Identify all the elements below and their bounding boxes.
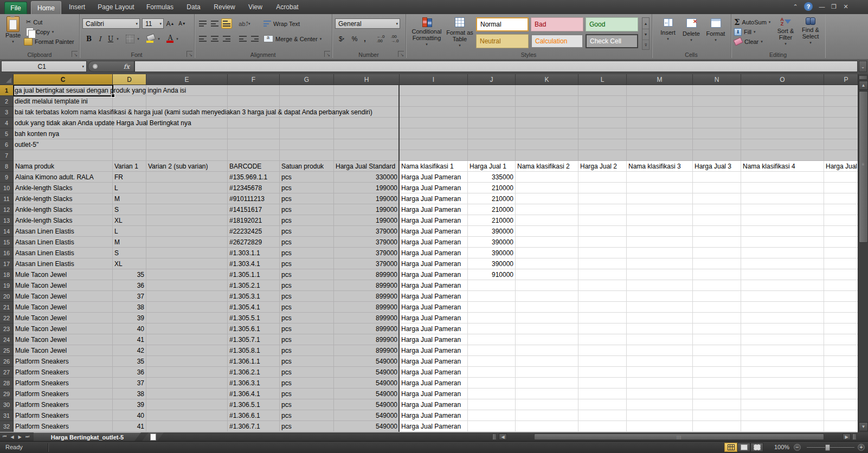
row-header-4[interactable]: 4 xyxy=(0,118,14,128)
row-header-17[interactable]: 17 xyxy=(0,258,14,269)
column-header-H[interactable]: H xyxy=(334,74,400,85)
number-dialog-launcher-icon[interactable]: ↘ xyxy=(398,51,404,57)
style-calculation[interactable]: Calculation xyxy=(531,34,583,48)
ribbon-tab-review[interactable]: Review xyxy=(207,0,242,14)
cell-H16[interactable]: 379000 xyxy=(336,248,397,258)
cell-C14[interactable]: Atasan Linen Elastis xyxy=(15,226,111,237)
ribbon-tab-formulas[interactable]: Formulas xyxy=(139,0,181,14)
name-box[interactable]: C1 ▾ xyxy=(1,61,87,72)
row-header-1[interactable]: 1 xyxy=(0,85,14,96)
grow-font-button[interactable]: A▲ xyxy=(165,18,176,29)
close-button[interactable]: ✕ xyxy=(840,2,851,11)
column-header-G[interactable]: G xyxy=(280,74,334,85)
prev-sheet-icon[interactable]: ◀ xyxy=(9,433,16,441)
scroll-left-icon[interactable]: ◀ xyxy=(499,433,507,440)
row-header-32[interactable]: 32 xyxy=(0,421,14,432)
scroll-down-icon[interactable]: ▼ xyxy=(859,422,868,431)
cell-J12[interactable]: 210000 xyxy=(470,204,513,215)
cell-F20[interactable]: #1.305.3.1 xyxy=(229,291,278,302)
format-cells-button[interactable]: Format▾ xyxy=(704,18,728,43)
underline-dropdown[interactable]: ▾ xyxy=(115,34,120,44)
cell-C20[interactable]: Mule Tacon Jewel xyxy=(15,291,111,302)
merge-center-button[interactable]: Merge & Center▾ xyxy=(263,34,322,43)
column-header-L[interactable]: L xyxy=(578,74,627,85)
cell-J17[interactable]: 390000 xyxy=(470,258,513,269)
cell-C31[interactable]: Platform Sneakers xyxy=(15,410,111,421)
column-header-F[interactable]: F xyxy=(228,74,280,85)
style-bad[interactable]: Bad xyxy=(531,17,583,31)
column-header-O[interactable]: O xyxy=(741,74,824,85)
cell-I15[interactable]: Harga Jual Pameran xyxy=(401,237,466,248)
cell-D19[interactable]: 36 xyxy=(114,280,144,291)
row-header-21[interactable]: 21 xyxy=(0,302,14,313)
delete-cells-button[interactable]: Delete▾ xyxy=(680,18,703,43)
cell-J11[interactable]: 210000 xyxy=(470,193,513,204)
find-select-button[interactable]: Find & Select▾ xyxy=(798,17,823,46)
zoom-out-button[interactable]: − xyxy=(794,444,801,451)
cell-C13[interactable]: Ankle-length Slacks xyxy=(15,215,111,226)
cell-J15[interactable]: 390000 xyxy=(470,237,513,248)
gallery-scroll-down-icon[interactable]: ▼ xyxy=(642,29,649,40)
cell-G27[interactable]: pcs xyxy=(281,367,332,378)
cell-I25[interactable]: Harga Jual Pameran xyxy=(401,345,466,356)
style-check-cell[interactable]: Check Cell xyxy=(586,34,638,48)
fill-color-dropdown[interactable]: ▾ xyxy=(156,34,162,44)
cell-G13[interactable]: pcs xyxy=(281,215,332,226)
cell-F24[interactable]: #1.305.7.1 xyxy=(229,334,278,345)
cell-F23[interactable]: #1.305.6.1 xyxy=(229,323,278,334)
cell-I27[interactable]: Harga Jual Pameran xyxy=(401,367,466,378)
ribbon-tab-home[interactable]: Home xyxy=(31,1,61,14)
cell-H24[interactable]: 899900 xyxy=(336,334,397,345)
font-dialog-launcher-icon[interactable]: ↘ xyxy=(187,51,192,57)
cell-F15[interactable]: #26272829 xyxy=(229,237,278,248)
percent-style-button[interactable]: % xyxy=(350,34,359,44)
vertical-scroll-thumb[interactable]: ≡ xyxy=(859,91,868,243)
row-header-8[interactable]: 8 xyxy=(0,161,14,172)
format-painter-button[interactable]: Format Painter xyxy=(24,37,74,46)
cell-D21[interactable]: 38 xyxy=(114,302,144,313)
borders-dropdown[interactable]: ▾ xyxy=(136,34,141,44)
cell-I23[interactable]: Harga Jual Pameran xyxy=(401,323,466,334)
insert-worksheet-button[interactable] xyxy=(142,432,164,441)
cell-C15[interactable]: Atasan Linen Elastis xyxy=(15,237,111,248)
row-header-24[interactable]: 24 xyxy=(0,334,14,345)
cell-G28[interactable]: pcs xyxy=(281,378,332,389)
cell-C30[interactable]: Platform Sneakers xyxy=(15,399,111,410)
column-header-M[interactable]: M xyxy=(627,74,693,85)
bold-button[interactable]: B xyxy=(83,34,94,44)
name-box-dropdown-icon[interactable]: ▾ xyxy=(82,64,84,69)
cell-F16[interactable]: #1.303.1.1 xyxy=(229,248,278,258)
tab-file[interactable]: File xyxy=(4,2,27,14)
cell-J9[interactable]: 335000 xyxy=(470,172,513,183)
ribbon-tab-acrobat[interactable]: Acrobat xyxy=(268,0,306,14)
cell-C28[interactable]: Platform Sneakers xyxy=(15,378,111,389)
row-header-28[interactable]: 28 xyxy=(0,378,14,389)
comma-style-button[interactable]: , xyxy=(361,34,369,44)
cell-G21[interactable]: pcs xyxy=(281,302,332,313)
cell-H18[interactable]: 899900 xyxy=(336,269,397,280)
row-header-3[interactable]: 3 xyxy=(0,107,14,118)
minimize-button[interactable]: — xyxy=(816,2,827,11)
cell-G19[interactable]: pcs xyxy=(281,280,332,291)
cell-I21[interactable]: Harga Jual Pameran xyxy=(401,302,466,313)
next-sheet-icon[interactable]: ▶ xyxy=(16,433,23,441)
cell-C12[interactable]: Ankle-length Slacks xyxy=(15,204,111,215)
cell-F28[interactable]: #1.306.3.1 xyxy=(229,378,278,389)
cell-H13[interactable]: 199000 xyxy=(336,215,397,226)
page-layout-view-button[interactable] xyxy=(737,443,750,452)
row-header-10[interactable]: 10 xyxy=(0,183,14,193)
cell-D18[interactable]: 35 xyxy=(114,269,144,280)
align-right-button[interactable] xyxy=(221,34,232,44)
cell-H9[interactable]: 330000 xyxy=(336,172,397,183)
accounting-format-button[interactable]: $▾ xyxy=(335,34,348,44)
cell-G11[interactable]: pcs xyxy=(281,193,332,204)
cell-D32[interactable]: 41 xyxy=(114,421,144,432)
restore-button[interactable]: ❐ xyxy=(828,2,839,11)
cell-H20[interactable]: 899900 xyxy=(336,291,397,302)
cell-D17[interactable]: XL xyxy=(114,258,144,269)
sort-filter-button[interactable]: AZ Sort & Filter▾ xyxy=(773,17,798,47)
cell-I31[interactable]: Harga Jual Pameran xyxy=(401,410,466,421)
cell-J16[interactable]: 390000 xyxy=(470,248,513,258)
vertical-scrollbar[interactable]: ▲ ≡ ▼ xyxy=(858,74,868,432)
scroll-up-icon[interactable]: ▲ xyxy=(859,81,868,90)
